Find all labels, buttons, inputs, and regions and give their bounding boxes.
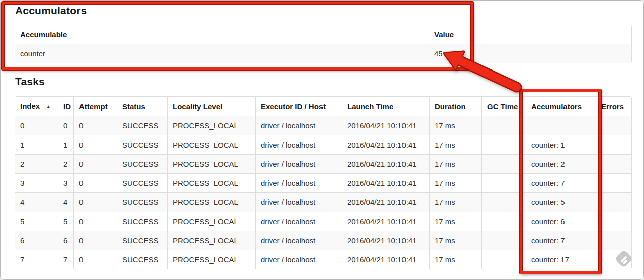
cell-gc-time <box>481 173 526 192</box>
column-header-errors[interactable]: Errors <box>596 97 631 116</box>
header-row: Index▲IDAttemptStatusLocality LevelExecu… <box>15 97 631 116</box>
cell-errors <box>596 192 631 212</box>
cell-status: SUCCESS <box>117 154 167 173</box>
cell-launch-time: 2016/04/21 10:10:41 <box>342 135 429 154</box>
cell-launch-time: 2016/04/21 10:10:41 <box>342 250 429 269</box>
cell-id: 3 <box>58 173 73 192</box>
cell-gc-time <box>481 154 526 173</box>
cell-locality-level: PROCESS_LOCAL <box>167 231 255 250</box>
cell-duration: 17 ms <box>429 116 481 135</box>
table-row: 220SUCCESSPROCESS_LOCALdriver / localhos… <box>15 154 631 173</box>
cell-gc-time <box>481 250 526 269</box>
cell-executor-id-host: driver / localhost <box>255 135 342 154</box>
column-header-status[interactable]: Status <box>117 97 167 116</box>
cell-accumulators: counter: 6 <box>526 212 596 231</box>
cell-duration: 17 ms <box>429 135 481 154</box>
cell-index: 2 <box>15 154 58 173</box>
table-row: 770SUCCESSPROCESS_LOCALdriver / localhos… <box>15 250 631 269</box>
accumulators-table: AccumulableValuecounter45 <box>15 25 632 63</box>
cell-id: 4 <box>58 192 73 212</box>
cell-duration: 17 ms <box>429 173 481 192</box>
cell-errors <box>596 250 631 269</box>
cell-accumulators <box>526 116 596 135</box>
cell-gc-time <box>481 231 526 250</box>
column-header-attempt[interactable]: Attempt <box>73 97 117 116</box>
cell-value: 45 <box>429 44 631 63</box>
cell-status: SUCCESS <box>117 173 167 192</box>
cell-executor-id-host: driver / localhost <box>255 212 342 231</box>
cell-executor-id-host: driver / localhost <box>255 231 342 250</box>
cell-gc-time <box>481 135 526 154</box>
cell-duration: 17 ms <box>429 250 481 269</box>
cell-executor-id-host: driver / localhost <box>255 116 342 135</box>
cell-locality-level: PROCESS_LOCAL <box>167 192 255 212</box>
tasks-table: Index▲IDAttemptStatusLocality LevelExecu… <box>15 96 632 269</box>
column-header-accumulators[interactable]: Accumulators <box>526 97 596 116</box>
cell-gc-time <box>481 116 526 135</box>
cell-status: SUCCESS <box>117 212 167 231</box>
column-header-launch-time[interactable]: Launch Time <box>342 97 429 116</box>
cell-executor-id-host: driver / localhost <box>255 173 342 192</box>
cell-accumulators: counter: 7 <box>526 231 596 250</box>
cell-status: SUCCESS <box>117 250 167 269</box>
cell-accumulators: counter: 7 <box>526 173 596 192</box>
cell-id: 2 <box>58 154 73 173</box>
cell-index: 5 <box>15 212 58 231</box>
cell-attempt: 0 <box>73 231 117 250</box>
cell-errors <box>596 135 631 154</box>
column-header-executor-id-host[interactable]: Executor ID / Host <box>255 97 342 116</box>
table-row: counter45 <box>15 44 631 63</box>
cell-locality-level: PROCESS_LOCAL <box>167 116 255 135</box>
cell-attempt: 0 <box>73 154 117 173</box>
cell-gc-time <box>481 192 526 212</box>
cell-accumulators: counter: 5 <box>526 192 596 212</box>
cell-errors <box>596 212 631 231</box>
cell-locality-level: PROCESS_LOCAL <box>167 212 255 231</box>
cell-launch-time: 2016/04/21 10:10:41 <box>342 192 429 212</box>
cell-attempt: 0 <box>73 212 117 231</box>
cell-index: 7 <box>15 250 58 269</box>
column-header-gc-time[interactable]: GC Time <box>481 97 526 116</box>
accumulators-section-heading: Accumulators <box>15 5 87 17</box>
column-header-duration[interactable]: Duration <box>429 97 481 116</box>
cell-locality-level: PROCESS_LOCAL <box>167 173 255 192</box>
cell-executor-id-host: driver / localhost <box>255 154 342 173</box>
cell-errors <box>596 116 631 135</box>
cell-launch-time: 2016/04/21 10:10:41 <box>342 231 429 250</box>
cell-attempt: 0 <box>73 192 117 212</box>
table-row: 660SUCCESSPROCESS_LOCALdriver / localhos… <box>15 231 631 250</box>
cell-errors <box>596 173 631 192</box>
column-header-locality-level[interactable]: Locality Level <box>167 97 255 116</box>
cell-status: SUCCESS <box>117 135 167 154</box>
cell-id: 7 <box>58 250 73 269</box>
cell-locality-level: PROCESS_LOCAL <box>167 135 255 154</box>
cell-duration: 17 ms <box>429 154 481 173</box>
column-header-accumulable: Accumulable <box>15 25 429 44</box>
spark-stage-detail-page: Accumulators AccumulableValuecounter45 T… <box>0 0 644 280</box>
cell-accumulators: counter: 2 <box>526 154 596 173</box>
cell-locality-level: PROCESS_LOCAL <box>167 250 255 269</box>
cell-executor-id-host: driver / localhost <box>255 250 342 269</box>
column-header-index[interactable]: Index▲ <box>15 97 58 116</box>
cell-attempt: 0 <box>73 116 117 135</box>
cell-index: 3 <box>15 173 58 192</box>
cell-attempt: 0 <box>73 135 117 154</box>
cell-index: 4 <box>15 192 58 212</box>
cell-attempt: 0 <box>73 250 117 269</box>
cell-id: 6 <box>58 231 73 250</box>
cell-status: SUCCESS <box>117 116 167 135</box>
cell-status: SUCCESS <box>117 231 167 250</box>
tasks-section-heading: Tasks <box>15 76 45 88</box>
column-header-id[interactable]: ID <box>58 97 73 116</box>
table-row: 550SUCCESSPROCESS_LOCALdriver / localhos… <box>15 212 631 231</box>
table-row: 110SUCCESSPROCESS_LOCALdriver / localhos… <box>15 135 631 154</box>
cell-accumulators: counter: 1 <box>526 135 596 154</box>
cell-id: 1 <box>58 135 73 154</box>
cell-index: 0 <box>15 116 58 135</box>
cell-errors <box>596 231 631 250</box>
table-row: 000SUCCESSPROCESS_LOCALdriver / localhos… <box>15 116 631 135</box>
cell-id: 0 <box>58 116 73 135</box>
cell-gc-time <box>481 212 526 231</box>
cell-accumulable: counter <box>15 44 429 63</box>
cell-launch-time: 2016/04/21 10:10:41 <box>342 212 429 231</box>
